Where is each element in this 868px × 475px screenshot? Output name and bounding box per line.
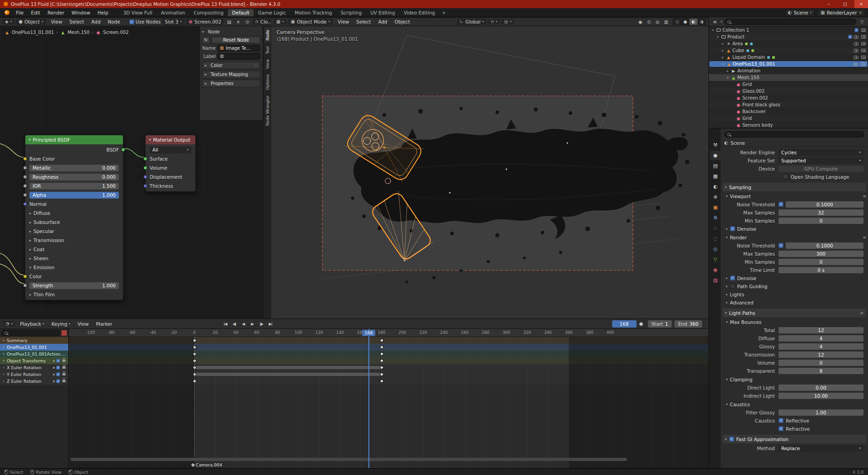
- subpanel-header-viewport[interactable]: ▾Viewport≡: [726, 192, 866, 200]
- value-field-max-samples[interactable]: 32: [778, 209, 863, 216]
- dropdown-feature-set[interactable]: Supported▾: [778, 157, 863, 164]
- hide-in-viewport-eye-icon[interactable]: [854, 35, 859, 39]
- workspace-tab-compositing[interactable]: Compositing: [190, 9, 228, 16]
- chevron-down-icon[interactable]: ▾: [29, 266, 31, 270]
- frame-ruler[interactable]: -100-80-60-40-20020406080100120140160180…: [69, 329, 708, 337]
- checkbox[interactable]: ✓: [854, 28, 859, 32]
- disable-in-renders-camera-icon[interactable]: [861, 49, 866, 52]
- checkbox[interactable]: ✓: [778, 418, 783, 423]
- outliner-row-mesh-150[interactable]: ▾▲Mesh.150: [709, 74, 868, 81]
- hide-in-viewport-eye-icon[interactable]: [854, 56, 859, 59]
- proportional-editing-dropdown[interactable]: ◎▾: [501, 19, 514, 24]
- menu-help[interactable]: Help: [94, 9, 112, 16]
- outliner-row-liquid-domain[interactable]: ▸▲Liquid Domain: [709, 54, 868, 61]
- value-slider-strength[interactable]: Strength1.000: [29, 282, 119, 289]
- node-socket[interactable]: [23, 193, 27, 197]
- hide-in-viewport-eye-icon[interactable]: [854, 42, 859, 46]
- node-socket[interactable]: [23, 166, 27, 170]
- maximize-button[interactable]: □: [838, 0, 852, 8]
- menu-add[interactable]: Add: [374, 18, 391, 25]
- checkbox[interactable]: ✓: [848, 35, 852, 39]
- preset-menu-icon[interactable]: ≡: [863, 235, 866, 240]
- node-socket[interactable]: [143, 184, 147, 188]
- transform-orientation-dropdown[interactable]: ∟Global▾: [457, 19, 486, 25]
- jump-to-start-button[interactable]: |◀: [221, 320, 230, 328]
- sidebar-tab-view[interactable]: View: [264, 57, 271, 71]
- subpanel-color[interactable]: ▸Color∷: [202, 62, 260, 69]
- panel-header-light-paths[interactable]: ▾Light Paths≡: [722, 309, 866, 317]
- expand-down-icon[interactable]: ▾: [2, 339, 5, 342]
- dropdown-method[interactable]: Replace▾: [778, 445, 863, 451]
- sidebar-tab-options[interactable]: Options: [264, 72, 271, 92]
- chevron-right-icon[interactable]: ▸: [29, 256, 31, 261]
- shader-editor[interactable]: ▲ OnePlus13_01.001 › ▲ Mesh.150 › ● Scre…: [0, 26, 271, 318]
- outliner-row-collection-1[interactable]: ▾Collection 1✓: [709, 27, 868, 33]
- material-output-node[interactable]: ▾ Material Output All ▾ SurfaceVolumeDis…: [145, 135, 196, 192]
- use-nodes-checkbox[interactable]: ✓: [129, 19, 134, 24]
- view-layer-selector[interactable]: ▦ RenderLayer ×: [817, 9, 865, 16]
- reset-node-button[interactable]: Reset Node: [212, 37, 260, 43]
- outliner-row-oneplus13-01-001[interactable]: ▾▲OnePlus13_01.001: [709, 61, 868, 67]
- expand-right-icon[interactable]: •: [2, 366, 5, 370]
- unlink-view-layer-icon[interactable]: ×: [859, 10, 862, 15]
- mode-dropdown[interactable]: ▣Object Mode▾: [288, 19, 333, 25]
- channel-search-input[interactable]: [1, 330, 60, 336]
- expand-down-icon[interactable]: ▾: [726, 76, 730, 80]
- value-field-max-samples[interactable]: 300: [778, 251, 863, 257]
- playhead-frame-badge[interactable]: 168: [362, 330, 375, 336]
- sidebar-tab-tool[interactable]: Tool: [264, 44, 271, 56]
- checkbox[interactable]: ✓: [730, 226, 735, 231]
- checkbox[interactable]: [730, 284, 735, 289]
- subpanel-header-render[interactable]: ▾Render≡: [726, 233, 866, 241]
- subpanel-header-clamping[interactable]: ▾Clamping: [726, 375, 866, 383]
- expand-down-icon[interactable]: ▾: [2, 359, 5, 363]
- disable-in-renders-camera-icon[interactable]: [861, 62, 865, 66]
- node-socket[interactable]: [23, 275, 27, 279]
- preset-menu-icon[interactable]: ≡: [863, 194, 866, 199]
- add-workspace-button[interactable]: +: [439, 9, 448, 16]
- outliner-row-area[interactable]: ▸☀Area: [709, 40, 868, 47]
- close-button[interactable]: ×: [854, 0, 868, 8]
- material-slot-dropdown[interactable]: Slot 3▾: [162, 19, 185, 25]
- checkbox[interactable]: ✓: [778, 426, 783, 431]
- subpanel-header-lights[interactable]: ▸Lights: [726, 290, 868, 298]
- hide-in-viewport-eye-icon[interactable]: [854, 49, 859, 52]
- properties-tab-render[interactable]: ◉: [710, 151, 721, 160]
- expand-down-icon[interactable]: ▾: [711, 28, 715, 32]
- minimize-button[interactable]: –: [822, 0, 835, 8]
- menu-object[interactable]: Object: [391, 18, 414, 25]
- properties-tab-modifiers[interactable]: ⚙: [710, 213, 721, 223]
- horizontal-scrollbar[interactable]: [71, 458, 627, 461]
- play-button[interactable]: ▶: [248, 320, 257, 328]
- checkbox[interactable]: ✓: [730, 276, 735, 280]
- channel-summary[interactable]: ▾Summary: [0, 337, 68, 344]
- subpanel-header-max-bounces[interactable]: ▾Max Bounces: [726, 318, 866, 326]
- snapping-dropdown[interactable]: ∩▾: [488, 19, 500, 24]
- outliner-search-input[interactable]: [724, 19, 856, 25]
- value-slider-roughness[interactable]: Roughness0.000: [29, 174, 119, 180]
- workspace-tab-scripting[interactable]: Scripting: [336, 9, 366, 16]
- node-socket[interactable]: [143, 157, 147, 161]
- principled-bsdf-node[interactable]: ▾ Principled BSDF BSDFBase ColorMetallic…: [25, 135, 123, 300]
- node-socket[interactable]: [23, 284, 27, 288]
- channel-oneplus13-01-001action-00[interactable]: ▾OnePlus13_01.001Action.00...: [0, 351, 68, 357]
- sidebar-tab-node-wrangler[interactable]: Node Wrangler: [264, 93, 271, 128]
- output-target-dropdown[interactable]: All ▾: [150, 147, 191, 153]
- properties-tab-world[interactable]: ⊕: [710, 192, 721, 202]
- checkbox[interactable]: ✓: [56, 372, 60, 376]
- hide-in-viewport-eye-icon[interactable]: [853, 62, 858, 66]
- keyframe-area[interactable]: -100-80-60-40-20020406080100120140160180…: [69, 329, 708, 468]
- value-field-volume[interactable]: 0: [778, 360, 863, 366]
- properties-tab-particles[interactable]: ∴: [710, 223, 721, 233]
- outliner-row-grid[interactable]: ●Grid: [709, 115, 868, 122]
- filter-icon[interactable]: ▽: [858, 18, 866, 25]
- menu-keying[interactable]: Keying▾: [48, 320, 74, 328]
- value-field-noise-threshold[interactable]: 0.1000: [786, 242, 863, 249]
- editor-type-button[interactable]: ◈▾: [2, 19, 14, 24]
- value-field-time-limit[interactable]: 0 s: [778, 267, 863, 273]
- viewport-3d[interactable]: Camera Perspective (168) Product | OnePl…: [271, 26, 708, 318]
- shader-type-dropdown[interactable]: ●Object▾: [16, 19, 46, 25]
- outliner-row-grid[interactable]: ●Grid: [709, 81, 868, 88]
- properties-search-input[interactable]: [724, 131, 864, 138]
- blender-menu-icon[interactable]: [3, 10, 11, 16]
